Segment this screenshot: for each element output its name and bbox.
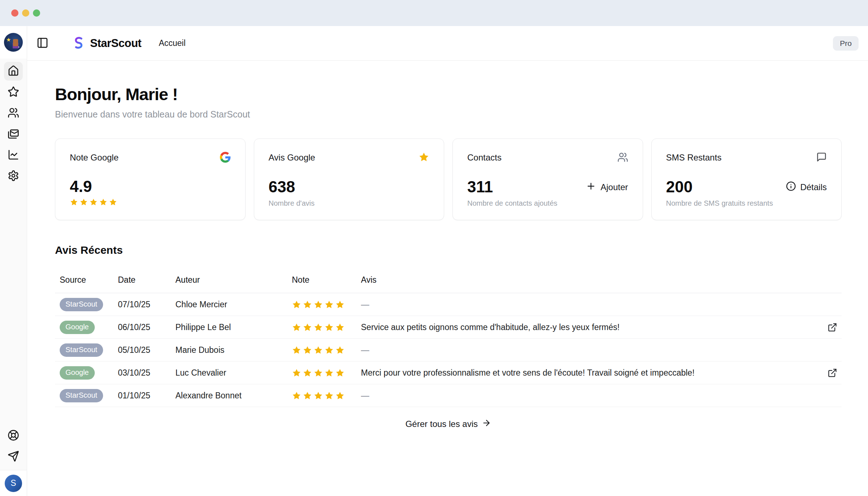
source-badge: StarScout (60, 343, 103, 357)
review-date: 05/10/25 (118, 339, 175, 362)
column-header-date: Date (118, 269, 175, 293)
star-spark-icon: ★ (6, 37, 11, 43)
sidebar-item-feedback[interactable] (4, 447, 23, 466)
sms-details-button[interactable]: Détails (786, 181, 827, 193)
review-row: StarScout01/10/25Alexandre Bonnet— (55, 384, 842, 407)
review-count-value: 638 (269, 179, 315, 195)
sidebar-bottom: S (0, 425, 27, 496)
card-avis-google: Avis Google 638 Nombre d'avis (254, 138, 444, 220)
review-row: Google06/10/25Philippe Le BelService aux… (55, 316, 842, 339)
home-icon (8, 65, 19, 78)
sidebar-nav (4, 61, 23, 187)
reviews-table-body: StarScout07/10/25Chloe Mercier—Google06/… (55, 293, 842, 407)
window-titlebar (0, 0, 868, 26)
window-maximize-button[interactable] (33, 9, 40, 17)
sidebar-item-reviews[interactable] (4, 83, 23, 102)
sidebar-item-campaigns[interactable] (4, 125, 23, 144)
window-close-button[interactable] (11, 9, 18, 17)
sidebar-item-analytics[interactable] (4, 146, 23, 164)
pixel-character (13, 39, 18, 46)
send-icon (8, 450, 19, 463)
review-rating (292, 316, 361, 339)
message-square-icon (816, 152, 827, 164)
sidebar-item-home[interactable] (4, 62, 23, 81)
header: StarScout Accueil Pro (27, 26, 868, 61)
column-header-avis: Avis (361, 269, 842, 293)
panel-left-icon (37, 37, 48, 50)
user-avatar[interactable]: S (5, 475, 22, 492)
users-icon (617, 152, 628, 164)
starscout-logo-icon (71, 35, 86, 51)
review-text: — (361, 300, 369, 309)
card-sms-restants: SMS Restants 200 Nombre de SMS gratuits … (651, 138, 842, 220)
review-date: 01/10/25 (118, 384, 175, 407)
workspace-avatar[interactable]: ★ ✦ (0, 26, 27, 59)
card-title: Avis Google (269, 153, 315, 163)
review-rating (292, 339, 361, 362)
life-buoy-icon (8, 429, 19, 442)
card-title: Note Google (70, 153, 119, 163)
star-icon (418, 152, 429, 164)
review-author: Luc Chevalier (175, 362, 292, 384)
dashboard-content: Bonjour, Marie ! Bienvenue dans votre ta… (27, 61, 868, 496)
review-row: StarScout05/10/25Marie Dubois— (55, 339, 842, 362)
chart-line-icon (8, 149, 19, 162)
review-text: — (361, 391, 369, 401)
source-badge: Google (60, 366, 95, 380)
info-icon (786, 181, 796, 193)
arrow-right-icon (482, 418, 491, 430)
column-header-note: Note (292, 269, 361, 293)
review-date: 06/10/25 (118, 316, 175, 339)
rating-stars (70, 198, 119, 208)
brand-name: StarScout (90, 37, 141, 50)
table-header-row: Source Date Auteur Note Avis (55, 269, 842, 293)
sidebar-item-contacts[interactable] (4, 104, 23, 123)
brand-logo[interactable]: StarScout (71, 35, 141, 51)
stats-cards: Note Google 4.9 Avis G (55, 138, 842, 220)
card-caption: Nombre de SMS gratuits restants (666, 199, 773, 208)
sidebar-toggle-button[interactable] (34, 35, 51, 52)
google-logo-icon (220, 152, 231, 164)
mails-icon (8, 128, 19, 141)
add-contact-button[interactable]: Ajouter (586, 181, 628, 193)
external-link-icon[interactable] (827, 322, 837, 332)
review-rating (292, 384, 361, 407)
plan-badge: Pro (833, 36, 859, 51)
gear-icon (8, 170, 19, 183)
sidebar-item-settings[interactable] (4, 167, 23, 185)
nav-item-accueil[interactable]: Accueil (157, 38, 188, 48)
contacts-count-value: 311 (467, 179, 557, 195)
sms-details-label: Détails (800, 182, 827, 192)
review-author: Chloe Mercier (175, 293, 292, 316)
card-caption: Nombre d'avis (269, 199, 315, 208)
reviews-table: Source Date Auteur Note Avis StarScout07… (55, 269, 842, 407)
user-chip-area: S (0, 470, 27, 496)
review-author: Philippe Le Bel (175, 316, 292, 339)
review-date: 07/10/25 (118, 293, 175, 316)
manage-all-reviews-label: Gérer tous les avis (405, 419, 478, 429)
sms-count-value: 200 (666, 179, 773, 195)
manage-all-reviews-link[interactable]: Gérer tous les avis (403, 418, 493, 430)
review-author: Alexandre Bonnet (175, 384, 292, 407)
reviews-section-title: Avis Récents (55, 244, 842, 256)
card-contacts: Contacts 311 Nombre de contacts ajoutés … (452, 138, 643, 220)
review-date: 03/10/25 (118, 362, 175, 384)
page-subtitle: Bienvenue dans votre tableau de bord Sta… (55, 109, 842, 120)
review-rating (292, 293, 361, 316)
card-caption: Nombre de contacts ajoutés (467, 199, 557, 208)
source-badge: StarScout (60, 298, 103, 311)
star-icon (8, 86, 19, 99)
google-rating-value: 4.9 (70, 179, 119, 194)
add-contact-label: Ajouter (600, 182, 628, 192)
review-text: — (361, 345, 369, 355)
review-text: Merci pour votre professionnalisme et vo… (361, 368, 694, 378)
review-text: Service aux petits oignons comme d'habit… (361, 322, 620, 332)
sidebar-item-help[interactable] (4, 426, 23, 445)
review-rating (292, 362, 361, 384)
plus-icon (586, 181, 596, 193)
external-link-icon[interactable] (827, 368, 837, 378)
window-minimize-button[interactable] (22, 9, 29, 17)
column-header-auteur: Auteur (175, 269, 292, 293)
review-row: StarScout07/10/25Chloe Mercier— (55, 293, 842, 316)
source-badge: StarScout (60, 389, 103, 402)
